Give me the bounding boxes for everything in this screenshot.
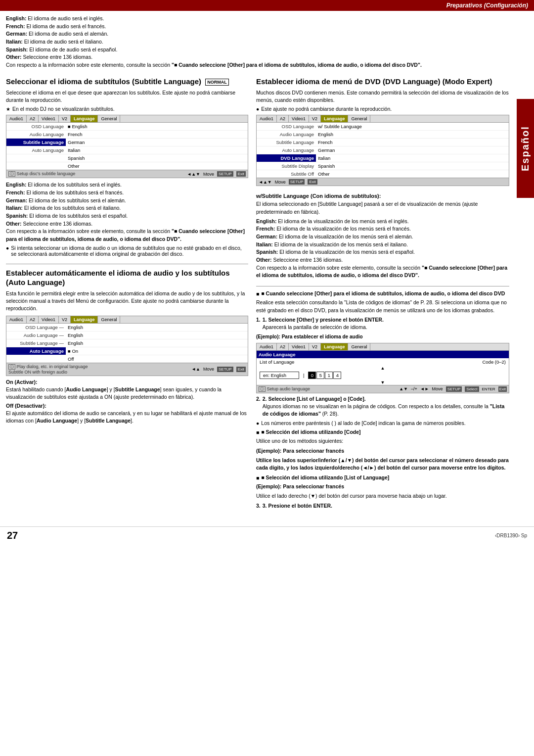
- code-cell[interactable]: 1: [325, 372, 333, 379]
- intro-note-text: Con respecto a la información sobre este…: [6, 61, 528, 69]
- other-section: ■ ■ Cuando seleccione [Other] para el id…: [256, 290, 509, 510]
- subtitle-star-note: ★ En el modo DJ no se visualizarán subtí…: [6, 106, 248, 112]
- audio-setup-btn[interactable]: SETUP: [446, 386, 462, 392]
- list-desc: Utilice el lado derecho (▼) del botón de…: [256, 492, 509, 500]
- code-cell[interactable]: 5: [316, 372, 324, 379]
- menu-row: Subtitle Language —English: [6, 339, 248, 347]
- auto-menu-rows: OSD Language —EnglishAudio Language —Eng…: [6, 324, 248, 363]
- left-column: Seleccionar el idioma de subtítulos (Sub…: [6, 77, 248, 517]
- menu-row: Spanish: [6, 154, 248, 162]
- menu-tab-v2[interactable]: V2: [309, 343, 321, 350]
- list-example-title: (Ejemplo): Para seleccionar francés: [256, 483, 509, 490]
- dvd-menu-footer: ◄▲▼ Move SETUP Exit: [257, 178, 509, 186]
- intro-lang-entry: English: El idioma de audio será el ingl…: [6, 15, 528, 22]
- with-subtitle-note: Con respecto a la información sobre este…: [256, 264, 509, 279]
- input-field-row: en: English | 0514: [257, 371, 509, 380]
- code-example-title: (Ejemplo): Para seleccionar francés: [256, 447, 509, 455]
- subtitle-circle-bullet: ● Si intenta seleccionar un idioma de au…: [6, 245, 248, 257]
- audio-input-box: Audio1A2Video1V2LanguageGeneral Audio La…: [256, 343, 509, 393]
- right-column: Establecer idioma de menú de DVD (DVD La…: [256, 77, 509, 517]
- dvd-setup-btn[interactable]: SETUP: [289, 179, 305, 185]
- subtitle-menu-box: Audio1A2Video1V2LanguageGeneral OSD Lang…: [6, 115, 248, 178]
- dvd-exit-btn[interactable]: Exit: [308, 179, 317, 185]
- menu-row: Auto Language■ On: [6, 347, 248, 355]
- menu-tab-audio1[interactable]: Audio1: [6, 316, 27, 323]
- menu-tab-a2[interactable]: A2: [277, 343, 289, 350]
- subtitle-exit-btn[interactable]: Exit: [236, 171, 246, 177]
- menu-tab-general[interactable]: General: [348, 115, 370, 122]
- auto-menu-tabs: Audio1A2Video1V2LanguageGeneral: [6, 316, 248, 324]
- auto-setup-btn[interactable]: SETUP: [217, 367, 233, 372]
- subtitle-lang-entry: French: El idioma de los subtítulos será…: [6, 189, 248, 196]
- subtitle-langs-list: English: El idioma de los subtítulos ser…: [6, 181, 248, 227]
- audio-menu-footer: ⓘ Setup audio language ▲▼ –/+ ◄► Move SE…: [257, 385, 509, 393]
- menu-tab-language[interactable]: Language: [71, 115, 98, 122]
- menu-row: OSD Language■ English: [6, 123, 248, 131]
- code-cell[interactable]: 4: [333, 372, 341, 379]
- menu-row: Auto LanguageItalian: [6, 146, 248, 154]
- intro-languages-list: English: El idioma de audio será el ingl…: [6, 15, 528, 61]
- with-subtitle-lang-entry: Spanish: El idioma de la visualización d…: [256, 248, 509, 256]
- menu-row: DVD LanguageItalian: [257, 154, 509, 162]
- auto-menu-footer: ⓘ Play dialog, etc. in original language…: [6, 363, 248, 376]
- main-content: Seleccionar el idioma de subtítulos (Sub…: [0, 72, 534, 521]
- audio-select-btn[interactable]: Select: [465, 386, 479, 392]
- menu-row: OSD Languagew/ Subtitle Language: [257, 123, 509, 131]
- with-subtitle-lang-entry: English: El idioma de la visualización d…: [256, 218, 509, 225]
- input-display[interactable]: en: English: [260, 372, 299, 379]
- menu-tab-video1[interactable]: Video1: [289, 115, 309, 122]
- menu-tab-v2[interactable]: V2: [59, 316, 71, 323]
- dvd-menu-box: Audio1A2Video1V2LanguageGeneral OSD Lang…: [256, 115, 509, 186]
- menu-tab-v2[interactable]: V2: [309, 115, 321, 122]
- menu-row: Subtitle OffOther: [257, 170, 509, 178]
- menu-tab-audio1[interactable]: Audio1: [6, 115, 27, 122]
- menu-tab-a2[interactable]: A2: [27, 316, 39, 323]
- menu-tab-video1[interactable]: Video1: [39, 115, 59, 122]
- menu-tab-general[interactable]: General: [98, 316, 120, 323]
- divider2: [256, 286, 509, 286]
- menu-tab-general[interactable]: General: [348, 343, 370, 350]
- off-label: Off (Desactivar):: [6, 403, 248, 409]
- audio-input-header: Audio Language: [257, 351, 509, 358]
- menu-tab-audio1[interactable]: Audio1: [257, 115, 277, 122]
- menu-tab-a2[interactable]: A2: [277, 115, 289, 122]
- subtitle-lang-entry: Other: Seleccione entre 136 idiomas.: [6, 220, 248, 228]
- menu-tab-v2[interactable]: V2: [59, 115, 71, 122]
- with-subtitle-desc: El idioma seleccionado en [Subtitle Lang…: [256, 200, 509, 215]
- audio-menu-tabs: Audio1A2Video1V2LanguageGeneral: [257, 343, 509, 351]
- menu-tab-language[interactable]: Language: [71, 316, 98, 323]
- menu-tab-language[interactable]: Language: [321, 343, 349, 350]
- dvd-circle-bullet: ● Este ajuste no podrá cambiarse durante…: [256, 106, 509, 112]
- intro-lang-entry: Other: Seleccione entre 136 idiomas.: [6, 53, 528, 61]
- subtitle-setup-btn[interactable]: SETUP: [217, 171, 233, 177]
- menu-tab-audio1[interactable]: Audio1: [257, 343, 277, 350]
- menu-row: Audio LanguageFrench: [6, 131, 248, 139]
- menu-tab-general[interactable]: General: [98, 115, 120, 122]
- menu-row: Subtitle LanguageFrench: [257, 139, 509, 146]
- auto-menu-box: Audio1A2Video1V2LanguageGeneral OSD Lang…: [6, 316, 248, 376]
- menu-row: Subtitle DisplaySpanish: [257, 162, 509, 170]
- menu-tab-language[interactable]: Language: [321, 115, 349, 122]
- menu-tab-video1[interactable]: Video1: [289, 343, 309, 350]
- dvd-language-section: Establecer idioma de menú de DVD (DVD La…: [256, 77, 509, 186]
- off-text: El ajuste automático del idioma de audio…: [6, 410, 248, 425]
- dvd-section-title: Establecer idioma de menú de DVD (DVD La…: [256, 77, 509, 87]
- subtitle-lang-entry: German: El idioma de los subtítulos será…: [6, 197, 248, 204]
- intro-lang-entry: Italian: El idioma de audio será el ital…: [6, 38, 528, 46]
- normal-badge: NORMAL: [205, 79, 229, 86]
- auto-section-title: Establecer automáticamente el idioma de …: [6, 268, 248, 287]
- side-tab-espanol: Español: [517, 99, 534, 198]
- step2-bullet: ● Los números entre paréntesis ( ) al la…: [256, 420, 509, 426]
- subtitle-menu-tabs: Audio1A2Video1V2LanguageGeneral: [6, 115, 248, 123]
- dvd-menu-tabs: Audio1A2Video1V2LanguageGeneral: [257, 115, 509, 123]
- with-subtitle-lang-entry: Italian: El idioma de la visualización d…: [256, 241, 509, 248]
- side-tab-label: Español: [520, 126, 531, 171]
- menu-tab-video1[interactable]: Video1: [39, 316, 59, 323]
- audio-input-row1: List of Language Code (0–2): [257, 358, 509, 366]
- subtitle-note1: Con respecto a la información sobre este…: [6, 228, 248, 242]
- intro-lang-entry: French: El idioma de audio será el franc…: [6, 23, 528, 30]
- auto-exit-btn[interactable]: Exit: [236, 367, 246, 372]
- code-cell[interactable]: 0: [308, 372, 316, 379]
- menu-tab-a2[interactable]: A2: [27, 115, 39, 122]
- dvd-section-desc: Muchos discos DVD contienen menús. Este …: [256, 89, 509, 104]
